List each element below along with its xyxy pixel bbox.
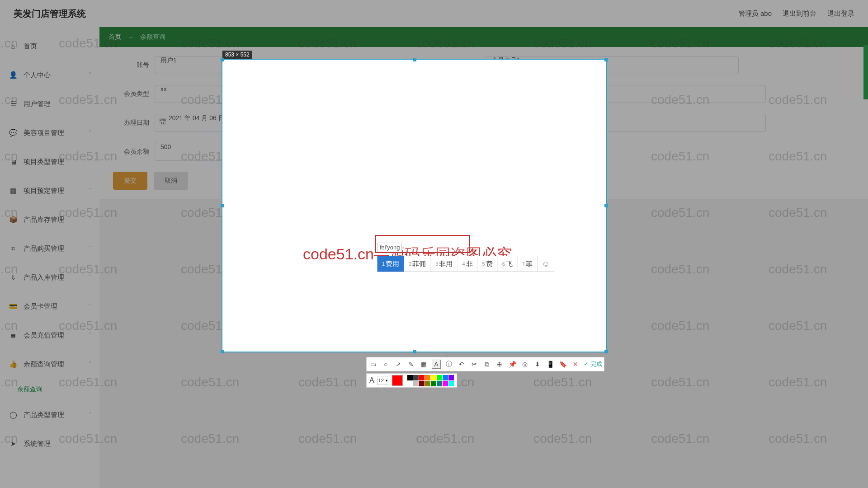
sidebar-item-label: 项目类型管理 (24, 158, 64, 166)
color-swatch[interactable] (425, 375, 430, 380)
ime-candidate-7[interactable]: 7菲 (518, 256, 538, 272)
breadcrumb-current[interactable]: 余额查询 (140, 33, 165, 41)
cancel-button[interactable]: 取消 (154, 172, 188, 190)
current-color-swatch[interactable] (392, 375, 403, 386)
color-swatch[interactable] (431, 375, 436, 380)
sidebar-item-9[interactable]: 💳会员卡管理˅ (0, 292, 99, 321)
box-icon: 📦 (9, 216, 17, 224)
sidebar-item-8[interactable]: ⇩产品入库管理˅ (0, 263, 99, 292)
selection-handle[interactable] (604, 350, 608, 353)
sidebar-item-3[interactable]: 💬美容项目管理˅ (0, 118, 99, 147)
ime-emoji-button[interactable]: ☺ (538, 256, 554, 272)
selection-handle[interactable] (604, 204, 608, 207)
color-swatch[interactable] (443, 375, 448, 380)
tool-download-icon[interactable]: ⬇ (533, 360, 542, 369)
ime-candidate-3[interactable]: 3非用 (431, 256, 458, 272)
tool-bookmark-icon[interactable]: 🔖 (558, 360, 567, 369)
annotation-toolbar[interactable]: ▭○↗✎▦Aⓘ↶✂⧉⊕📌◎⬇📱🔖✕✓ 完成 (366, 357, 604, 371)
label-member-type: 会员类型 (113, 90, 149, 98)
sidebar-item-4[interactable]: 🖥项目类型管理˅ (0, 147, 99, 176)
tool-rect-icon[interactable]: ▭ (368, 360, 377, 369)
sidebar-item-11[interactable]: 👍余额查询管理˄ (0, 350, 99, 379)
tool-target-icon[interactable]: ◎ (520, 360, 529, 369)
thumb-icon: 👍 (9, 360, 17, 368)
tool-pencil-icon[interactable]: ✎ (406, 360, 415, 369)
color-swatch[interactable] (419, 381, 425, 386)
sidebar-subitem-active[interactable]: 余额查询 (0, 379, 99, 400)
sidebar-item-label: 用户管理 (24, 100, 51, 108)
chevron-down-icon: ˅ (89, 188, 91, 194)
color-toolbar[interactable]: A12 (366, 373, 457, 388)
tool-phone-icon[interactable]: 📱 (546, 360, 555, 369)
sidebar-item-6[interactable]: 📦产品库存管理˅ (0, 205, 99, 234)
sidebar-item-7[interactable]: ⌗产品购买管理˅ (0, 234, 99, 263)
sidebar-item-5[interactable]: ▦项目预定管理˅ (0, 176, 99, 205)
scroll-indicator[interactable] (863, 45, 868, 99)
color-swatch[interactable] (419, 375, 425, 380)
color-swatch[interactable] (443, 381, 448, 386)
color-swatch[interactable] (448, 375, 454, 380)
font-size-select[interactable]: 12 (377, 376, 389, 385)
tool-pin2-icon[interactable]: 📌 (508, 360, 517, 369)
back-to-front[interactable]: 退出到前台 (783, 9, 816, 18)
logout[interactable]: 退出登录 (827, 9, 854, 18)
grid-icon: ▦ (9, 187, 17, 195)
color-swatch[interactable] (431, 381, 436, 386)
chevron-down-icon: ˅ (89, 101, 91, 107)
annotation-done-button[interactable]: ✓ 完成 (584, 360, 602, 368)
tool-circle-icon[interactable]: ○ (381, 360, 390, 369)
ime-candidate-5[interactable]: 5费 (478, 256, 498, 272)
ime-candidate-6[interactable]: 6飞 (498, 256, 518, 272)
selection-handle[interactable] (221, 204, 224, 207)
sidebar-item-13[interactable]: ➤系统管理˅ (0, 429, 99, 458)
sidebar-item-10[interactable]: ≣会员充值管理˅ (0, 321, 99, 350)
color-swatch[interactable] (437, 375, 442, 380)
selection-handle[interactable] (413, 58, 416, 61)
chevron-up-icon: ˄ (89, 361, 91, 367)
sidebar-item-12[interactable]: ◯产品类型管理˅ (0, 400, 99, 429)
admin-label[interactable]: 管理员 abo (738, 9, 772, 18)
color-swatch[interactable] (448, 381, 454, 386)
chevron-down-icon: ˅ (89, 245, 91, 252)
sidebar-item-label: 会员充值管理 (24, 331, 64, 340)
annotation-cancel-icon[interactable]: ✕ (571, 360, 580, 369)
color-swatch[interactable] (407, 375, 413, 380)
inbound-icon: ⇩ (9, 273, 17, 282)
tool-text-icon[interactable]: A (432, 360, 441, 369)
selection-handle[interactable] (604, 58, 608, 61)
tool-undo-icon[interactable]: ↶ (457, 360, 466, 369)
color-swatch[interactable] (413, 375, 419, 380)
submit-button[interactable]: 提交 (113, 172, 147, 190)
ime-candidates[interactable]: 1费用2菲佣3非用4非5费6飞7菲☺ (377, 256, 554, 272)
breadcrumb-home[interactable]: 首页 (108, 33, 121, 41)
ime-raw-input[interactable]: fei'yong (377, 243, 402, 252)
tool-mosaic-icon[interactable]: ▦ (419, 360, 428, 369)
sidebar-item-1[interactable]: 👤个人中心˅ (0, 61, 99, 89)
tool-crop-icon[interactable]: ⧉ (482, 360, 491, 369)
home-icon: ⌂ (9, 42, 17, 50)
tool-arrow-icon[interactable]: ↗ (394, 360, 403, 369)
breadcrumb-arrow: → (127, 33, 134, 41)
color-swatch[interactable] (437, 381, 442, 386)
ime-candidate-4[interactable]: 4非 (458, 256, 477, 272)
color-swatch[interactable] (407, 381, 413, 386)
chevron-down-icon: ˅ (89, 441, 91, 447)
selection-handle[interactable] (413, 350, 416, 353)
color-swatch[interactable] (425, 381, 430, 386)
color-swatch[interactable] (413, 381, 419, 386)
screenshot-selection[interactable]: 853 × 552 (222, 59, 607, 352)
selection-handle[interactable] (221, 58, 224, 61)
list-icon: ≣ (9, 331, 17, 339)
ime-candidate-2[interactable]: 2菲佣 (404, 256, 431, 272)
sidebar-item-2[interactable]: ☰用户管理˅ (0, 89, 99, 118)
sidebar: ⌂首页👤个人中心˅☰用户管理˅💬美容项目管理˅🖥项目类型管理˅▦项目预定管理˅📦… (0, 27, 99, 488)
breadcrumb: 首页 → 余额查询 (99, 27, 868, 47)
sidebar-item-label: 产品库存管理 (24, 216, 64, 224)
selection-dimensions: 853 × 552 (222, 51, 252, 59)
selection-handle[interactable] (221, 350, 224, 353)
ime-candidate-1[interactable]: 1费用 (377, 256, 404, 272)
sidebar-item-0[interactable]: ⌂首页 (0, 32, 99, 61)
tool-pin1-icon[interactable]: ✂ (470, 360, 479, 369)
tool-info-icon[interactable]: ⓘ (444, 360, 453, 369)
tool-centre-icon[interactable]: ⊕ (495, 360, 504, 369)
